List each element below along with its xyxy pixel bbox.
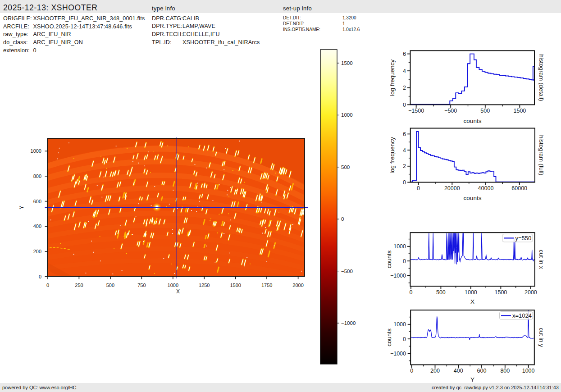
- svg-text:INS.OPTI5.NAME:: INS.OPTI5.NAME:: [283, 27, 320, 32]
- svg-text:histogram (full): histogram (full): [538, 135, 545, 175]
- svg-text:DPR.TYPE:: DPR.TYPE:: [152, 23, 182, 29]
- svg-text:6: 6: [403, 51, 406, 57]
- svg-text:type info: type info: [152, 5, 175, 12]
- svg-text:Y: Y: [470, 376, 474, 383]
- svg-text:0: 0: [46, 283, 49, 288]
- svg-text:ARCFILE:: ARCFILE:: [3, 23, 29, 30]
- svg-text:created by qc_rawdisp.py v1.2.: created by qc_rawdisp.py v1.2.3 on 2025-…: [432, 385, 559, 390]
- svg-text:XSHOOTER_ifu_cal_NIRArcs: XSHOOTER_ifu_cal_NIRArcs: [182, 39, 260, 46]
- svg-text:200: 200: [33, 249, 41, 254]
- svg-text:set-up info: set-up info: [283, 5, 312, 12]
- svg-text:600: 600: [33, 199, 41, 204]
- svg-text:1.0x12.6: 1.0x12.6: [342, 27, 360, 32]
- svg-text:0: 0: [410, 368, 413, 374]
- svg-text:1500: 1500: [513, 108, 526, 114]
- svg-text:4: 4: [403, 147, 406, 154]
- svg-text:0: 0: [403, 336, 406, 342]
- svg-text:XSHOO.2025-12-14T13:47:48.646.: XSHOO.2025-12-14T13:47:48.646.fits: [33, 23, 132, 30]
- svg-text:CALIB: CALIB: [182, 15, 199, 22]
- svg-text:DET.DIT:: DET.DIT:: [283, 15, 301, 20]
- svg-text:counts: counts: [464, 195, 482, 201]
- svg-text:ECHELLE,IFU: ECHELLE,IFU: [182, 31, 220, 37]
- svg-text:counts: counts: [386, 328, 392, 346]
- svg-text:histogram (detail): histogram (detail): [538, 54, 545, 101]
- svg-text:1: 1: [342, 21, 345, 26]
- svg-text:extension:: extension:: [3, 47, 30, 54]
- svg-text:1000: 1000: [341, 112, 353, 118]
- svg-text:2025-12-13: XSHOOTER: 2025-12-13: XSHOOTER: [3, 3, 97, 12]
- svg-text:cut in x: cut in x: [538, 250, 545, 269]
- svg-text:1000: 1000: [393, 321, 406, 328]
- svg-text:500: 500: [341, 164, 350, 170]
- svg-text:1500: 1500: [230, 283, 241, 288]
- svg-text:−1000: −1000: [390, 273, 406, 279]
- svg-text:ORIGFILE:: ORIGFILE:: [3, 15, 32, 22]
- svg-text:60000: 60000: [511, 185, 527, 191]
- svg-text:log frequency: log frequency: [389, 137, 396, 173]
- svg-text:1250: 1250: [199, 283, 210, 288]
- svg-text:1.3200: 1.3200: [342, 15, 356, 20]
- svg-text:250: 250: [75, 283, 83, 288]
- svg-text:−1500: −1500: [408, 108, 424, 114]
- svg-text:XSHOOTER_IFU_ARC_NIR_348_0001.: XSHOOTER_IFU_ARC_NIR_348_0001.fits: [33, 15, 145, 22]
- svg-text:0: 0: [403, 179, 406, 186]
- svg-text:6: 6: [403, 131, 406, 137]
- svg-text:1000: 1000: [522, 368, 535, 374]
- svg-text:1000: 1000: [465, 289, 477, 296]
- svg-text:Y: Y: [18, 205, 25, 209]
- svg-text:counts: counts: [386, 251, 392, 269]
- svg-text:DET.NDIT:: DET.NDIT:: [283, 21, 304, 26]
- svg-text:2000: 2000: [292, 283, 303, 288]
- svg-text:500: 500: [480, 108, 490, 114]
- svg-text:400: 400: [33, 223, 41, 229]
- svg-text:500: 500: [436, 289, 446, 296]
- svg-text:400: 400: [454, 368, 463, 374]
- svg-text:1000: 1000: [31, 148, 41, 154]
- svg-text:−500: −500: [444, 108, 457, 114]
- svg-text:TPL.ID:: TPL.ID:: [152, 39, 172, 46]
- svg-text:600: 600: [477, 368, 487, 374]
- svg-text:X: X: [176, 288, 180, 295]
- svg-text:0: 0: [39, 274, 41, 279]
- svg-text:−1000: −1000: [341, 320, 356, 326]
- svg-text:20000: 20000: [444, 185, 460, 191]
- svg-text:0: 0: [409, 289, 412, 296]
- svg-text:ARC_IFU_NIR: ARC_IFU_NIR: [33, 31, 71, 37]
- svg-text:raw_type:: raw_type:: [3, 31, 28, 37]
- svg-text:800: 800: [500, 368, 510, 374]
- svg-text:y=550: y=550: [515, 235, 532, 242]
- svg-text:500: 500: [106, 283, 114, 288]
- svg-text:ARC_IFU_NIR_ON: ARC_IFU_NIR_ON: [33, 39, 83, 46]
- svg-text:−1000: −1000: [390, 351, 406, 357]
- svg-text:0: 0: [403, 102, 406, 108]
- svg-text:0: 0: [341, 216, 344, 222]
- svg-text:DPR.TECH:: DPR.TECH:: [152, 31, 183, 37]
- svg-text:DPR.CATG:: DPR.CATG:: [152, 15, 183, 22]
- svg-text:0: 0: [403, 258, 406, 264]
- svg-text:LAMP,WAVE: LAMP,WAVE: [182, 23, 215, 29]
- svg-text:2: 2: [403, 85, 406, 91]
- svg-text:750: 750: [137, 283, 146, 288]
- svg-text:4: 4: [403, 68, 406, 74]
- svg-text:1750: 1750: [261, 283, 272, 288]
- svg-text:1000: 1000: [393, 243, 406, 250]
- svg-text:do_class:: do_class:: [3, 39, 28, 46]
- svg-text:−500: −500: [341, 269, 353, 274]
- svg-text:powered by QC: www.eso.org/HC: powered by QC: www.eso.org/HC: [2, 385, 77, 390]
- svg-text:1500: 1500: [341, 60, 353, 66]
- svg-text:0: 0: [417, 185, 420, 191]
- svg-text:200: 200: [430, 368, 440, 374]
- svg-text:40000: 40000: [478, 185, 494, 191]
- svg-text:1500: 1500: [494, 289, 507, 296]
- svg-text:x=1024: x=1024: [512, 312, 532, 319]
- svg-text:log frequency: log frequency: [389, 59, 396, 96]
- svg-text:2: 2: [403, 163, 406, 169]
- svg-text:cut in y: cut in y: [538, 328, 545, 347]
- svg-text:counts: counts: [464, 118, 482, 124]
- svg-text:2000: 2000: [525, 289, 537, 296]
- svg-text:0: 0: [33, 47, 36, 54]
- svg-text:X: X: [470, 298, 474, 305]
- svg-text:800: 800: [33, 173, 41, 179]
- svg-text:1000: 1000: [168, 283, 178, 288]
